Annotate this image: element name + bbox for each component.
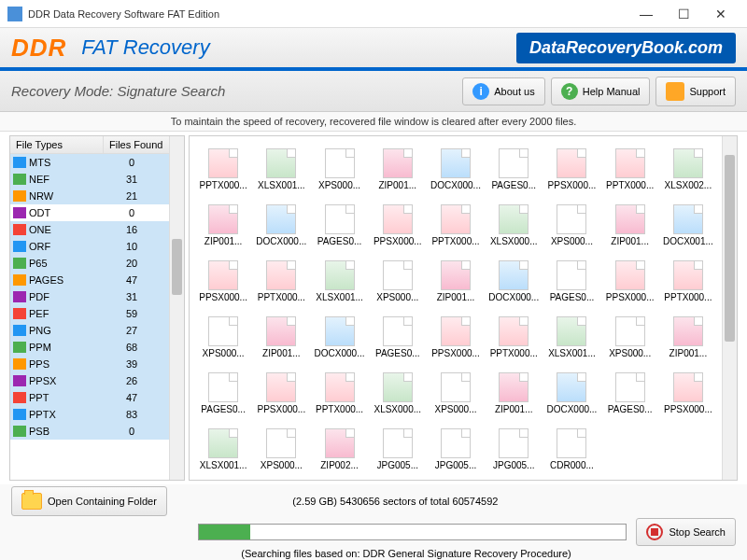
file-item[interactable]: XLSX000... <box>370 366 426 420</box>
file-item[interactable]: DOCX000... <box>486 254 542 308</box>
filetype-row[interactable]: PSB0 <box>10 423 169 440</box>
support-button[interactable]: Support <box>655 77 736 106</box>
file-item[interactable]: JPG005... <box>370 422 426 476</box>
file-item[interactable]: PPTX000... <box>311 366 367 420</box>
file-item[interactable]: PPSX000... <box>602 254 658 308</box>
file-item[interactable]: PPSX000... <box>195 254 251 308</box>
file-item[interactable]: PPSX000... <box>660 366 716 420</box>
file-icon <box>557 428 586 458</box>
file-icon <box>441 372 471 402</box>
file-item[interactable]: XLSX000... <box>486 198 542 252</box>
file-icon <box>13 174 26 185</box>
file-item[interactable]: XPS000... <box>311 142 367 196</box>
file-icon <box>13 274 26 286</box>
filetype-row[interactable]: ORF10 <box>10 238 169 255</box>
file-item[interactable]: DOCX000... <box>428 142 484 196</box>
support-icon <box>666 82 684 101</box>
file-item[interactable]: PAGES0... <box>311 198 367 252</box>
file-icon <box>499 148 529 178</box>
filetype-row[interactable]: P6520 <box>10 255 169 272</box>
file-item[interactable]: XLSX001... <box>543 310 599 364</box>
file-item[interactable]: JPG005... <box>428 422 484 476</box>
file-item[interactable]: ZIP001... <box>370 142 426 196</box>
file-item[interactable]: PPTX000... <box>428 198 484 252</box>
file-item[interactable]: PPTX000... <box>486 310 542 364</box>
file-item[interactable]: PPTX000... <box>253 254 309 308</box>
progress-area: Open Containing Folder (2.59 GB) 5430656… <box>0 484 747 560</box>
file-item[interactable]: XPS000... <box>195 310 251 364</box>
file-item[interactable]: XLSX001... <box>253 142 309 196</box>
filetype-row[interactable]: NEF31 <box>10 171 169 188</box>
file-icon <box>208 372 238 402</box>
open-folder-button[interactable]: Open Containing Folder <box>11 486 167 516</box>
file-item[interactable]: PAGES0... <box>602 366 658 420</box>
file-item[interactable]: DOCX001... <box>660 198 716 252</box>
info-note: To maintain the speed of recovery, recov… <box>0 112 747 132</box>
file-item[interactable]: PPSX000... <box>428 310 484 364</box>
filetype-scrollbar[interactable] <box>169 136 184 480</box>
filetype-row[interactable]: PPSX26 <box>10 372 169 389</box>
filetype-row[interactable]: PPS39 <box>10 356 169 372</box>
file-item[interactable]: PPTX000... <box>660 254 716 308</box>
about-button[interactable]: iAbout us <box>462 77 544 105</box>
filegrid-scrollbar[interactable] <box>722 136 737 480</box>
file-item[interactable]: DOCX000... <box>543 366 599 420</box>
file-icon <box>441 316 471 346</box>
file-item[interactable]: ZIP001... <box>195 198 251 252</box>
filetype-row[interactable]: ONE16 <box>10 221 169 238</box>
file-item[interactable]: XPS000... <box>428 366 484 420</box>
filetype-row[interactable]: PEF59 <box>10 305 169 322</box>
product-name: FAT Recovery <box>81 35 209 60</box>
file-item[interactable]: DOCX000... <box>311 310 367 364</box>
stop-search-button[interactable]: Stop Search <box>636 518 736 546</box>
file-item[interactable]: ZIP001... <box>660 310 716 364</box>
file-item[interactable]: XLSX001... <box>195 422 251 476</box>
file-item[interactable]: DOCX000... <box>253 198 309 252</box>
file-item[interactable]: PPSX000... <box>253 366 309 420</box>
file-icon <box>441 428 471 458</box>
file-item[interactable]: XLSX001... <box>311 254 367 308</box>
stop-icon <box>646 524 663 540</box>
file-item[interactable]: PPSX000... <box>543 142 599 196</box>
file-icon <box>325 260 355 290</box>
close-button[interactable]: ✕ <box>702 1 740 27</box>
file-item[interactable]: ZIP002... <box>311 422 367 476</box>
filetype-row[interactable]: PDF31 <box>10 288 169 305</box>
filetype-row[interactable]: ODT0 <box>10 204 169 221</box>
file-item[interactable]: ZIP001... <box>428 254 484 308</box>
file-item[interactable]: PPTX000... <box>602 142 658 196</box>
minimize-button[interactable]: — <box>627 1 665 27</box>
filetype-row[interactable]: PPM68 <box>10 339 169 356</box>
filetype-row[interactable]: MTS0 <box>10 154 169 171</box>
file-icon <box>325 372 355 402</box>
file-item[interactable]: PAGES0... <box>195 366 251 420</box>
file-item[interactable]: ZIP001... <box>253 310 309 364</box>
filetype-row[interactable]: PPT47 <box>10 389 169 406</box>
file-item[interactable]: ZIP001... <box>486 366 542 420</box>
filetype-row[interactable]: PAGES47 <box>10 272 169 288</box>
file-item[interactable]: PAGES0... <box>543 254 599 308</box>
file-icon <box>383 316 413 346</box>
file-item[interactable]: PAGES0... <box>486 142 542 196</box>
filetype-row[interactable]: NRW21 <box>10 188 169 204</box>
maximize-button[interactable]: ☐ <box>665 1 702 27</box>
help-icon: ? <box>561 83 578 100</box>
file-item[interactable]: ZIP001... <box>602 198 658 252</box>
file-item[interactable]: CDR000... <box>543 422 599 476</box>
file-item[interactable]: PPSX000... <box>370 198 426 252</box>
filetype-row[interactable]: PNG27 <box>10 322 169 339</box>
file-item[interactable]: XPS000... <box>602 310 658 364</box>
file-icon <box>13 392 26 403</box>
help-button[interactable]: ?Help Manual <box>551 77 651 105</box>
file-item[interactable]: XLSX002... <box>660 142 716 196</box>
file-item[interactable]: XPS000... <box>253 422 309 476</box>
file-item[interactable]: JPG005... <box>486 422 542 476</box>
file-icon <box>557 372 586 402</box>
file-item[interactable]: PAGES0... <box>370 310 426 364</box>
file-item[interactable]: XPS000... <box>543 198 599 252</box>
file-item[interactable]: XPS000... <box>370 254 426 308</box>
file-icon <box>325 316 355 346</box>
filetype-row[interactable]: PPTX83 <box>10 406 169 423</box>
file-item[interactable]: PPTX000... <box>195 142 251 196</box>
file-icon <box>615 148 645 178</box>
